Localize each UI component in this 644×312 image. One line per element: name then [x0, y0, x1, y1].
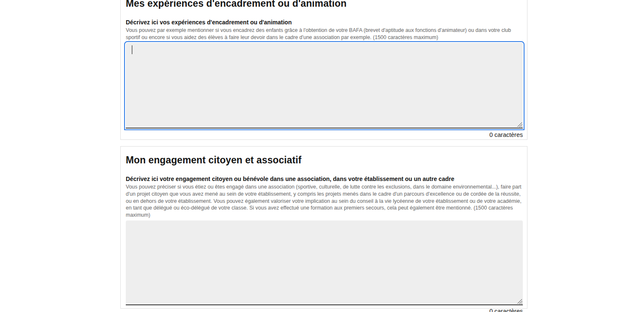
section-title-engagement: Mon engagement citoyen et associatif	[126, 154, 522, 166]
section-card-engagement: Mon engagement citoyen et associatif Déc…	[120, 146, 527, 309]
resize-handle-icon[interactable]	[517, 122, 522, 127]
engagement-textarea[interactable]	[126, 220, 523, 305]
section-title-experiences: Mes expériences d'encadrement ou d'anima…	[126, 0, 522, 10]
engagement-field-label: Décrivez ici votre engagement citoyen ou…	[126, 176, 522, 182]
character-counter: 0 caractères	[126, 131, 523, 138]
engagement-textarea-wrap	[126, 220, 523, 305]
experiences-field-hint: Vous pouvez par exemple mentionner si vo…	[126, 27, 522, 41]
resize-handle-icon[interactable]	[517, 299, 522, 304]
character-counter: 0 caractères	[126, 308, 523, 312]
experiences-field-label: Décrivez ici vos expériences d'encadreme…	[126, 19, 522, 26]
experiences-textarea-wrap	[126, 43, 523, 128]
engagement-field-hint: Vous pouvez préciser si vous étiez ou êt…	[126, 184, 522, 219]
section-card-experiences: Mes expériences d'encadrement ou d'anima…	[120, 0, 527, 140]
experiences-textarea[interactable]	[126, 43, 523, 128]
